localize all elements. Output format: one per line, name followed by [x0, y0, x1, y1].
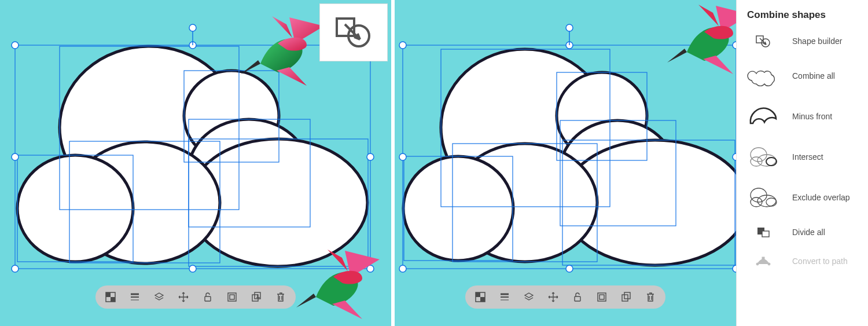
canvas-left[interactable]: [0, 0, 391, 326]
duplicate-icon[interactable]: [251, 291, 262, 303]
arrange-layers-icon[interactable]: [523, 291, 535, 303]
panel-item-shape-builder[interactable]: Shape builder: [737, 27, 868, 56]
transparency-icon[interactable]: [105, 291, 116, 303]
svg-point-22: [189, 24, 196, 31]
svg-rect-67: [575, 296, 580, 301]
panel-item-label: Combine all: [792, 71, 835, 80]
svg-point-57: [566, 265, 573, 272]
svg-point-56: [399, 265, 406, 272]
svg-point-51: [399, 42, 406, 49]
panel-item-label: Exclude overlap: [792, 193, 850, 202]
canvas-right[interactable]: [395, 0, 736, 326]
svg-rect-70: [622, 295, 628, 301]
duplicate-icon[interactable]: [620, 291, 632, 303]
svg-point-13: [12, 42, 19, 49]
panel-item-label: Convert to path: [792, 257, 848, 266]
panel-item-label: Minus front: [792, 112, 832, 121]
unlock-icon[interactable]: [202, 291, 214, 303]
stroke-weight-icon[interactable]: [499, 291, 510, 303]
svg-rect-62: [476, 292, 480, 297]
contextual-toolbar: [95, 285, 296, 309]
svg-point-58: [733, 265, 736, 272]
svg-point-5: [17, 155, 133, 262]
svg-point-16: [12, 153, 19, 160]
move-icon[interactable]: [178, 291, 189, 303]
panel-item-intersect[interactable]: Intersect: [737, 137, 868, 177]
exclude-overlap-icon: [747, 186, 779, 209]
hummingbird-decoration: [293, 245, 385, 320]
svg-rect-71: [624, 292, 630, 299]
delete-icon[interactable]: [645, 291, 656, 303]
svg-point-84: [756, 263, 759, 265]
svg-rect-69: [599, 295, 604, 299]
panel-title: Combine shapes: [737, 9, 868, 27]
hummingbird-decoration: [237, 12, 330, 87]
panel-item-minus-front[interactable]: Minus front: [737, 96, 868, 137]
panel-item-divide-all[interactable]: Divide all: [737, 218, 868, 247]
contextual-toolbar: [465, 285, 665, 309]
svg-point-81: [766, 198, 777, 206]
panel-item-label: Divide all: [792, 228, 825, 237]
svg-point-43: [403, 156, 513, 261]
group-icon[interactable]: [226, 291, 238, 303]
svg-rect-31: [205, 296, 211, 301]
shape-builder-highlight-card: [319, 3, 388, 61]
panel-item-convert-to-path: Convert to path: [737, 247, 868, 276]
panel-item-label: Shape builder: [792, 36, 842, 46]
move-icon[interactable]: [547, 291, 559, 303]
svg-rect-68: [598, 293, 606, 301]
combine-shapes-panel: Combine shapes Shape builder Combine all…: [736, 0, 868, 326]
minus-front-icon: [747, 104, 779, 129]
svg-point-17: [367, 153, 374, 160]
svg-point-54: [399, 153, 406, 160]
svg-rect-32: [228, 293, 236, 301]
svg-point-85: [768, 263, 770, 265]
hummingbird-decoration: [661, 0, 736, 75]
svg-point-19: [189, 265, 196, 272]
delete-icon[interactable]: [275, 291, 286, 303]
svg-rect-26: [106, 292, 111, 297]
svg-point-55: [733, 153, 736, 160]
stroke-weight-icon[interactable]: [129, 291, 141, 303]
panel-item-exclude-overlap[interactable]: Exclude overlap: [737, 177, 868, 218]
svg-rect-72: [756, 36, 763, 43]
transparency-icon[interactable]: [475, 291, 486, 303]
shape-builder-icon: [747, 35, 779, 47]
group-icon[interactable]: [596, 291, 608, 303]
svg-rect-86: [762, 257, 764, 259]
convert-to-path-icon: [747, 256, 779, 266]
svg-point-60: [566, 24, 573, 31]
unlock-icon[interactable]: [572, 291, 583, 303]
arrange-layers-icon[interactable]: [153, 291, 165, 303]
svg-rect-33: [230, 295, 234, 299]
divide-all-icon: [747, 226, 779, 238]
intersect-icon: [747, 145, 779, 169]
shape-builder-icon: [333, 16, 374, 49]
svg-rect-27: [111, 297, 115, 302]
svg-point-18: [12, 265, 19, 272]
svg-point-77: [766, 157, 777, 166]
svg-rect-83: [762, 231, 769, 237]
svg-rect-63: [480, 297, 485, 302]
combine-all-icon: [747, 64, 779, 87]
panel-item-label: Intersect: [792, 152, 823, 162]
panel-item-combine-all[interactable]: Combine all: [737, 56, 868, 96]
